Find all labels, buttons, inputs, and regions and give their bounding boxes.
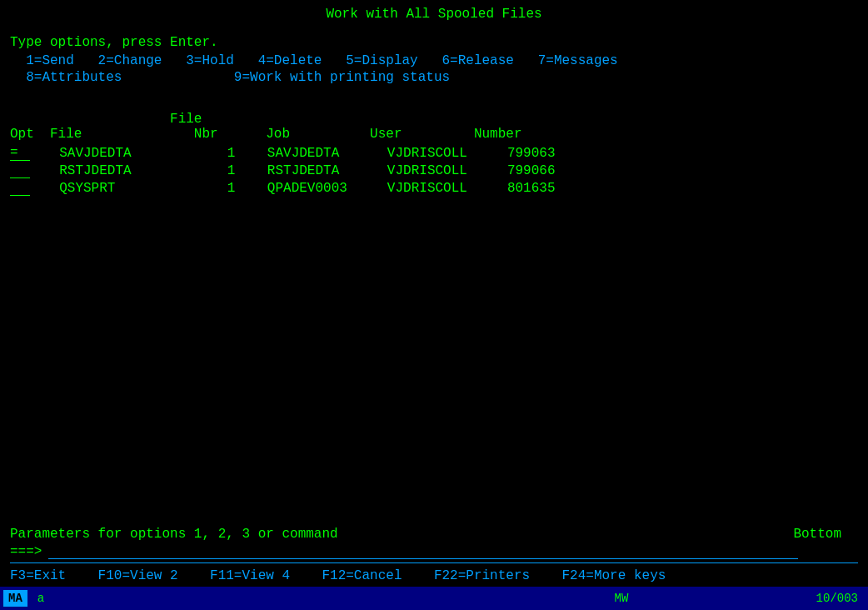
bottom-label: Bottom xyxy=(793,527,841,542)
file-header: File xyxy=(10,112,858,127)
options-row-1: 1=Send 2=Change 3=Hold 4=Delete 5=Displa… xyxy=(10,53,858,68)
table-row: RSTJDEDTA 1 RSTJDEDTA VJDRISCOLL 799066 xyxy=(10,162,858,178)
command-row: ===> xyxy=(10,543,858,559)
page-title: Work with All Spooled Files xyxy=(10,7,858,22)
separator xyxy=(10,562,858,563)
command-arrow: ===> xyxy=(10,544,42,559)
data-table: SAVJDEDTA 1 SAVJDEDTA VJDRISCOLL 799063 … xyxy=(10,145,858,196)
opt-input[interactable] xyxy=(10,162,30,178)
status-bar: MA a MW 10/003 xyxy=(0,587,868,610)
status-ma: MA xyxy=(3,590,27,607)
table-row: SAVJDEDTA 1 SAVJDEDTA VJDRISCOLL 799063 xyxy=(10,145,858,161)
opt-input[interactable] xyxy=(10,145,30,161)
instructions-text: Type options, press Enter. xyxy=(10,35,858,50)
terminal-screen: Work with All Spooled Files Type options… xyxy=(0,0,868,610)
status-mw: MW xyxy=(427,592,816,605)
row-data: QSYSPRT 1 QPADEV0003 VJDRISCOLL 801635 xyxy=(43,181,556,196)
table-row: QSYSPRT 1 QPADEV0003 VJDRISCOLL 801635 xyxy=(10,180,858,196)
row-data: SAVJDEDTA 1 SAVJDEDTA VJDRISCOLL 799063 xyxy=(43,146,556,161)
status-a: a xyxy=(37,592,427,605)
function-keys: F3=Exit F10=View 2 F11=View 4 F12=Cancel… xyxy=(10,568,858,583)
params-label: Parameters for options 1, 2, 3 or comman… xyxy=(10,527,858,542)
options-row-2: 8=Attributes 9=Work with printing status xyxy=(10,70,858,85)
bottom-section: Bottom Parameters for options 1, 2, 3 or… xyxy=(10,527,858,583)
status-position: 10/003 xyxy=(816,592,858,605)
command-input[interactable] xyxy=(48,543,798,559)
column-headers: Opt File Nbr Job User Number xyxy=(10,127,858,142)
opt-input[interactable] xyxy=(10,180,30,196)
row-data: RSTJDEDTA 1 RSTJDEDTA VJDRISCOLL 799066 xyxy=(43,163,556,178)
